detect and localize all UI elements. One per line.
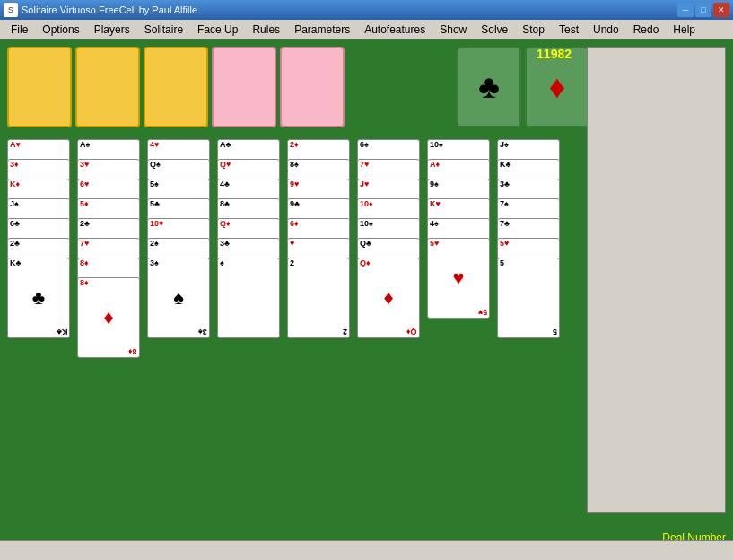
free-cell-5[interactable] [280, 47, 345, 127]
column-4[interactable]: A♣Q♥4♣8♣Q♦3♣♠ [217, 139, 284, 453]
maximize-button[interactable]: □ [695, 3, 711, 17]
free-cell-4[interactable] [212, 47, 276, 127]
column-5[interactable]: 2♦8♠9♥9♣6♦♥22 [287, 139, 353, 453]
menu-item-stop[interactable]: Stop [515, 22, 552, 38]
free-cell-2[interactable] [75, 47, 140, 127]
column-8[interactable]: J♠K♣3♣7♠7♣5♥55 [497, 139, 563, 453]
card[interactable]: 55 [497, 258, 560, 338]
column-7[interactable]: 10♠A♦9♠K♥4♠5♥5♥♥ [427, 139, 493, 453]
menu-item-rules[interactable]: Rules [245, 22, 287, 38]
statusbar [0, 540, 733, 560]
menu-item-test[interactable]: Test [552, 22, 586, 38]
menubar: FileOptionsPlayersSolitaireFace UpRulesP… [0, 20, 733, 39]
column-1[interactable]: A♥3♦K♦J♠6♣2♣K♣K♣♣ [7, 139, 74, 453]
column-6[interactable]: 6♠7♥J♥10♦10♠Q♣Q♦Q♦♦ [357, 139, 423, 453]
app-icon: S [4, 3, 18, 17]
game-area: 11982 ♣ ♦ ♥ ♠ Deal Number 11982 A♥3♦K♦J♠… [0, 39, 733, 560]
card[interactable]: 22 [287, 258, 350, 338]
foundation-clubs[interactable]: ♣ [457, 47, 521, 127]
card[interactable]: K♣K♣♣ [7, 258, 70, 338]
menu-item-options[interactable]: Options [35, 22, 86, 38]
column-3[interactable]: 4♥Q♠5♠5♣10♥2♠3♠3♠♠ [147, 139, 214, 453]
menu-item-autofeatures[interactable]: Autofeatures [357, 22, 432, 38]
menu-item-redo[interactable]: Redo [626, 22, 667, 38]
score-panel [587, 47, 726, 513]
menu-item-undo[interactable]: Undo [586, 22, 626, 38]
card[interactable]: 3♠3♠♠ [147, 258, 210, 338]
menu-item-faceup[interactable]: Face Up [190, 22, 245, 38]
card[interactable]: 8♦8♦♦ [77, 277, 140, 358]
title-text: Solitaire Virtuoso FreeCell by Paul Alfi… [22, 4, 677, 15]
menu-item-solitaire[interactable]: Solitaire [137, 22, 190, 38]
card[interactable]: Q♦Q♦♦ [357, 258, 420, 338]
menu-item-parameters[interactable]: Parameters [287, 22, 357, 38]
menu-item-file[interactable]: File [4, 22, 35, 38]
menu-item-players[interactable]: Players [87, 22, 137, 38]
column-2[interactable]: A♠3♥6♥5♦2♣7♥8♦8♦8♦♦ [77, 139, 144, 453]
free-cell-3[interactable] [144, 47, 208, 127]
menu-item-help[interactable]: Help [666, 22, 702, 38]
score-value: 11982 [537, 47, 572, 61]
menu-item-solve[interactable]: Solve [474, 22, 515, 38]
card[interactable]: ♠ [217, 258, 280, 338]
card[interactable]: 5♥5♥♥ [427, 238, 490, 319]
close-button[interactable]: ✕ [713, 3, 729, 17]
free-cell-1[interactable] [7, 47, 72, 127]
minimize-button[interactable]: ─ [677, 3, 694, 17]
score-area: 11982 [537, 47, 572, 61]
window-controls: ─ □ ✕ [677, 3, 729, 17]
titlebar: S Solitaire Virtuoso FreeCell by Paul Al… [0, 0, 733, 20]
free-cell-zone [7, 47, 345, 127]
menu-item-show[interactable]: Show [432, 22, 474, 38]
